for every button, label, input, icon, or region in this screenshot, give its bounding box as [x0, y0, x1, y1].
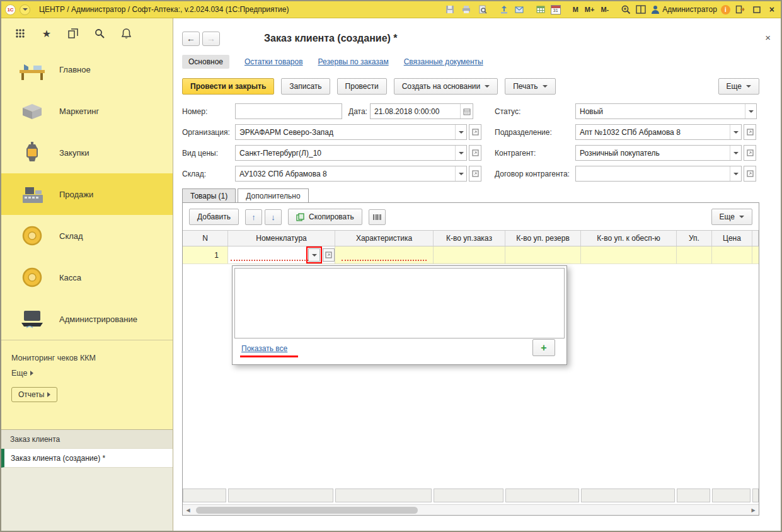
tab-osnovnoe[interactable]: Основное	[182, 55, 229, 69]
column-header-up[interactable]: Уп.	[677, 231, 712, 246]
link-ostatki-tovarov[interactable]: Остатки товаров	[244, 57, 303, 66]
chevron-down-icon[interactable]	[455, 166, 466, 181]
print-preview-icon[interactable]	[476, 4, 489, 16]
print-icon[interactable]	[460, 4, 473, 16]
open-organization-icon[interactable]	[469, 124, 481, 140]
price-type-select[interactable]: Санкт-Петербург(Л)_10	[235, 145, 467, 161]
open-price-type-icon[interactable]	[469, 145, 481, 161]
column-header-kvo-up-zakaz[interactable]: К-во уп.заказ	[434, 231, 505, 246]
memory-m-button[interactable]: M	[571, 5, 580, 14]
characteristic-cell[interactable]	[335, 246, 434, 263]
chevron-down-icon[interactable]	[730, 146, 741, 160]
open-contract-icon[interactable]	[744, 166, 756, 182]
search-icon[interactable]	[93, 27, 106, 40]
link-rezervy-po-zakazam[interactable]: Резервы по заказам	[318, 57, 389, 66]
nomenclature-cell[interactable]	[228, 246, 335, 263]
date-input[interactable]: 21.08.2018 0:00:00	[370, 103, 473, 119]
barcode-scanner-button[interactable]	[369, 209, 386, 225]
sidebar-more-link[interactable]: Еще	[11, 366, 163, 381]
table-row[interactable]: 1	[183, 246, 759, 264]
sidebar-item-sklad[interactable]: Склад	[1, 215, 173, 257]
save-icon[interactable]	[444, 4, 456, 16]
open-window-item[interactable]: Заказ клиента	[1, 430, 173, 449]
logout-icon[interactable]	[734, 4, 747, 16]
dropdown-empty-list[interactable]	[234, 268, 565, 338]
scrollbar-thumb[interactable]	[196, 507, 418, 514]
sidebar-item-administrirovanie[interactable]: Администрирование	[1, 298, 173, 340]
chevron-down-icon[interactable]	[455, 146, 466, 160]
chevron-down-icon[interactable]	[730, 125, 741, 139]
split-panels-icon[interactable]	[635, 4, 647, 16]
create-based-on-button[interactable]: Создать на основании	[394, 78, 498, 95]
sidebar-item-glavnoe[interactable]: Главное	[1, 49, 173, 90]
1c-logo-icon[interactable]: 1С	[5, 4, 16, 15]
history-icon[interactable]	[67, 27, 79, 40]
mail-icon[interactable]	[513, 4, 526, 16]
add-row-button[interactable]: Добавить	[189, 209, 239, 225]
restore-window-icon[interactable]	[750, 4, 763, 16]
grid-more-button[interactable]: Еще	[711, 209, 752, 225]
horizontal-scrollbar[interactable]: ◀ ▶	[183, 504, 759, 515]
open-window-item-active[interactable]: Заказ клиента (создание) *	[1, 449, 173, 468]
post-button[interactable]: Провести	[337, 78, 387, 95]
copy-row-button[interactable]: Скопировать	[288, 209, 362, 225]
tab-tovary[interactable]: Товары (1)	[182, 188, 236, 203]
chevron-down-icon[interactable]	[730, 166, 741, 181]
memory-m-plus-button[interactable]: M+	[583, 5, 597, 14]
sidebar-item-kassa[interactable]: Касса	[1, 257, 173, 298]
print-button[interactable]: Печать	[505, 78, 555, 95]
current-user[interactable]: Администратор	[651, 5, 717, 14]
department-select[interactable]: Апт №1032 СПб Абрамова 8	[575, 124, 742, 140]
link-svyazannye-dokumenty[interactable]: Связанные документы	[404, 57, 483, 66]
post-and-close-button[interactable]: Провести и закрыть	[182, 78, 274, 95]
move-down-button[interactable]: ↓	[265, 209, 282, 225]
tab-dopolnitelno[interactable]: Дополнительно	[238, 188, 308, 203]
favorites-star-icon[interactable]: ★	[40, 27, 53, 40]
calendar-picker-icon[interactable]	[460, 104, 473, 119]
open-department-icon[interactable]	[744, 124, 756, 140]
menu-grid-icon[interactable]	[14, 27, 26, 40]
column-header-kharakteristika[interactable]: Характеристика	[335, 231, 434, 246]
sidebar-item-monitoring-kkm[interactable]: Мониторинг чеков ККМ	[11, 350, 163, 366]
sidebar-item-zakupki[interactable]: Закупки	[1, 132, 173, 173]
open-warehouse-icon[interactable]	[469, 166, 481, 182]
chevron-down-icon[interactable]	[455, 125, 466, 139]
status-select[interactable]: Новый	[575, 103, 757, 119]
counterparty-select[interactable]: Розничный покупатель	[575, 145, 742, 161]
open-nomenclature-icon[interactable]	[323, 248, 335, 262]
move-up-button[interactable]: ↑	[245, 209, 262, 225]
more-button[interactable]: Еще	[718, 78, 759, 95]
contract-select[interactable]	[575, 166, 742, 182]
table-icon[interactable]	[534, 4, 547, 16]
forward-button[interactable]: →	[202, 32, 220, 46]
scroll-right-icon[interactable]: ▶	[748, 507, 759, 513]
chevron-down-icon[interactable]	[745, 104, 756, 119]
memory-m-minus-button[interactable]: M-	[599, 5, 611, 14]
sidebar-item-marketing[interactable]: Маркетинг	[1, 90, 173, 132]
column-header-kvo-up-rezerv[interactable]: К-во уп. резерв	[505, 231, 581, 246]
scroll-left-icon[interactable]: ◀	[183, 507, 193, 513]
info-icon[interactable]: i	[721, 5, 730, 14]
close-form-icon[interactable]: ×	[761, 31, 774, 44]
column-header-tsena[interactable]: Цена	[712, 231, 752, 246]
show-all-link[interactable]: Показать все	[241, 344, 287, 353]
sidebar-item-prodazhi[interactable]: Продажи	[1, 173, 173, 215]
close-window-icon[interactable]: ×	[767, 4, 777, 14]
required-field-underline[interactable]	[231, 249, 308, 261]
warehouse-select[interactable]: АУ1032 СПб Абрамова 8	[235, 166, 467, 182]
column-header-kvo-up-k-obespyu[interactable]: К-во уп. к обесп-ю	[581, 231, 677, 246]
number-input[interactable]	[235, 103, 342, 119]
organization-select[interactable]: ЭРКАФАРМ Северо-Запад	[235, 124, 467, 140]
nomenclature-dropdown-button[interactable]	[308, 248, 320, 262]
column-header-n[interactable]: N	[183, 231, 228, 246]
column-header-nomenklatura[interactable]: Номенклатура	[228, 231, 335, 246]
notifications-bell-icon[interactable]	[120, 27, 132, 40]
create-new-item-button[interactable]: +	[532, 339, 555, 356]
main-menu-button[interactable]	[20, 4, 30, 15]
zoom-icon[interactable]	[619, 4, 632, 16]
calendar-icon[interactable]: 31	[549, 4, 562, 16]
save-button[interactable]: Записать	[281, 78, 330, 95]
reports-button[interactable]: Отчеты	[11, 387, 57, 402]
export-icon[interactable]	[498, 4, 510, 16]
back-button[interactable]: ←	[182, 32, 200, 46]
